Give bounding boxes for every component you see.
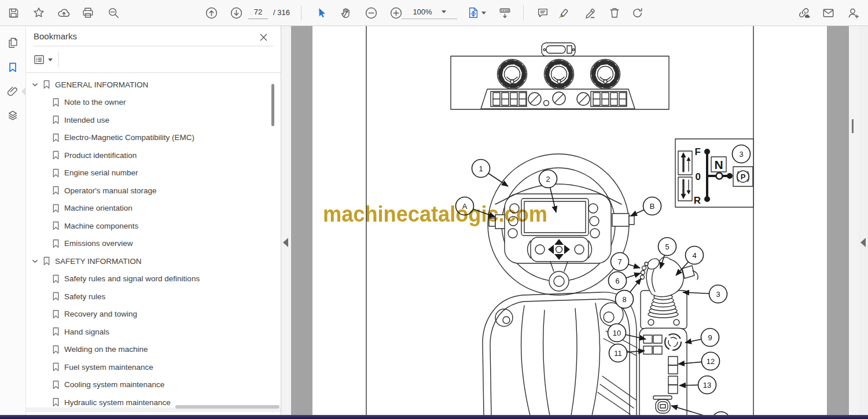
rotate-icon bbox=[631, 6, 644, 20]
star-button[interactable] bbox=[29, 3, 49, 23]
expand-right-panel-arrow[interactable] bbox=[860, 238, 866, 247]
bookmark-item-row[interactable]: Electro-Magnetic Compatibility (EMC) bbox=[26, 129, 273, 147]
link-icon bbox=[797, 6, 811, 20]
collapse-left-panel-arrow[interactable] bbox=[283, 238, 288, 247]
page-thumbnails-icon bbox=[6, 36, 19, 49]
bookmark-label: Engine serial number bbox=[64, 168, 138, 177]
toolbar-divider bbox=[301, 5, 301, 20]
bookmark-label: Machine components bbox=[64, 222, 138, 230]
bookmark-icon bbox=[7, 61, 19, 73]
scrollbar-thumb[interactable] bbox=[175, 405, 279, 409]
bookmark-label: Hydraulic system maintenance bbox=[64, 398, 171, 407]
callout-label: B bbox=[650, 202, 655, 211]
bookmark-icon bbox=[52, 204, 60, 213]
chevron-down-icon[interactable] bbox=[32, 82, 38, 88]
page-number-input[interactable] bbox=[248, 5, 268, 19]
scroll-mode-button[interactable] bbox=[495, 3, 514, 23]
page-up-button[interactable] bbox=[201, 3, 221, 23]
scroll-mode-icon bbox=[498, 6, 512, 20]
zoom-out-button[interactable] bbox=[361, 3, 381, 23]
email-button[interactable] bbox=[818, 3, 838, 23]
sidebar-item-layers[interactable] bbox=[0, 104, 25, 128]
callout-arrow bbox=[679, 385, 698, 385]
bookmark-item-row[interactable]: Fuel system maintenance bbox=[26, 358, 273, 376]
bookmark-label: Fuel system maintenance bbox=[64, 363, 153, 372]
hand-icon bbox=[340, 6, 352, 19]
highlight-button[interactable] bbox=[554, 3, 573, 23]
bookmark-options-button[interactable] bbox=[34, 53, 53, 67]
fit-page-button[interactable] bbox=[463, 3, 490, 23]
bookmark-label: Cooling system maintenance bbox=[64, 380, 164, 389]
paperclip-icon bbox=[6, 85, 19, 98]
bookmark-label: Safety rules bbox=[64, 292, 105, 301]
delete-button[interactable] bbox=[605, 3, 624, 23]
bookmark-icon bbox=[52, 327, 60, 336]
share-link-button[interactable] bbox=[794, 3, 814, 23]
bookmark-item-row[interactable]: Machine orientation bbox=[26, 200, 273, 218]
bookmark-item-row[interactable]: Recovery and towing bbox=[26, 306, 273, 324]
scrollbar-thumb[interactable] bbox=[852, 119, 854, 133]
callout-label: 2 bbox=[546, 175, 550, 183]
select-tool-button[interactable] bbox=[312, 3, 332, 23]
bookmark-icon bbox=[52, 292, 60, 301]
add-person-button[interactable] bbox=[843, 3, 863, 23]
panel-vertical-scrollbar[interactable] bbox=[271, 84, 274, 126]
bookmark-item-row[interactable]: Safety rules and signal word definitions bbox=[26, 270, 273, 288]
trash-icon bbox=[608, 6, 621, 19]
bookmark-icon bbox=[52, 186, 60, 195]
rotate-button[interactable] bbox=[627, 3, 647, 23]
sidebar-item-bookmarks[interactable] bbox=[0, 55, 25, 79]
page-down-button[interactable] bbox=[226, 3, 246, 23]
bookmark-item-row[interactable]: Operator's manual storage bbox=[26, 182, 273, 200]
person-add-icon bbox=[847, 6, 860, 20]
callout-label: 9 bbox=[708, 333, 712, 342]
chevron-down-icon[interactable] bbox=[32, 258, 38, 264]
bookmark-item-row[interactable]: Safety rules bbox=[26, 288, 273, 306]
star-icon bbox=[32, 6, 45, 19]
bookmark-item-row[interactable]: Emissions overview bbox=[26, 235, 273, 253]
share-upload-button[interactable] bbox=[54, 3, 73, 23]
callout-label: 11 bbox=[614, 349, 622, 358]
panel-handle-icon[interactable] bbox=[21, 87, 25, 95]
page-total-label: / 316 bbox=[273, 8, 290, 17]
bookmark-item-row[interactable]: Engine serial number bbox=[26, 164, 273, 182]
printer-icon bbox=[82, 6, 94, 19]
bookmark-label: Intended use bbox=[64, 116, 109, 124]
bookmark-item-row[interactable]: Hand signals bbox=[26, 323, 273, 341]
bookmark-tree: GENERAL INFORMATIONNote to the ownerInte… bbox=[26, 76, 273, 411]
comment-icon bbox=[536, 6, 549, 19]
bookmark-item-row[interactable]: Welding on the machine bbox=[26, 341, 273, 359]
bookmark-section-row[interactable]: SAFETY INFORMATION bbox=[26, 252, 273, 270]
print-button[interactable] bbox=[78, 3, 98, 23]
save-button[interactable] bbox=[3, 3, 23, 23]
bookmark-item-row[interactable]: Intended use bbox=[26, 111, 273, 129]
bookmark-item-row[interactable]: Machine components bbox=[26, 217, 273, 235]
svg-text:P: P bbox=[741, 172, 746, 181]
document-vertical-scrollbar[interactable] bbox=[849, 26, 859, 415]
close-panel-button[interactable] bbox=[258, 31, 269, 43]
fill-sign-button[interactable] bbox=[580, 3, 600, 23]
console-switch-panel bbox=[639, 328, 687, 416]
panel-horizontal-scrollbar[interactable] bbox=[26, 407, 281, 412]
bookmark-section-row[interactable]: GENERAL INFORMATION bbox=[26, 76, 273, 94]
sidebar-item-page-thumbnails[interactable] bbox=[0, 31, 25, 55]
search-button[interactable] bbox=[104, 3, 123, 23]
svg-text:F: F bbox=[695, 146, 701, 157]
cloud-upload-icon bbox=[57, 6, 71, 20]
toolbar-divider bbox=[523, 5, 524, 20]
fountain-pen-icon bbox=[584, 6, 597, 20]
bookmark-item-row[interactable]: Product identification bbox=[26, 146, 273, 164]
callout-label: 3 bbox=[716, 290, 720, 299]
zoom-level-dropdown[interactable]: 100% bbox=[402, 5, 457, 19]
svg-text:0: 0 bbox=[696, 171, 701, 182]
fit-page-icon bbox=[467, 6, 480, 19]
bookmark-icon bbox=[52, 345, 60, 354]
bookmark-item-row[interactable]: Cooling system maintenance bbox=[26, 376, 273, 394]
callout-label: 6 bbox=[615, 277, 619, 285]
comment-button[interactable] bbox=[533, 3, 553, 23]
hand-tool-button[interactable] bbox=[336, 3, 356, 23]
overhead-connector bbox=[542, 43, 575, 56]
bookmark-item-row[interactable]: Note to the owner bbox=[26, 94, 273, 112]
instrument-panel bbox=[451, 56, 669, 109]
envelope-icon bbox=[822, 6, 835, 20]
